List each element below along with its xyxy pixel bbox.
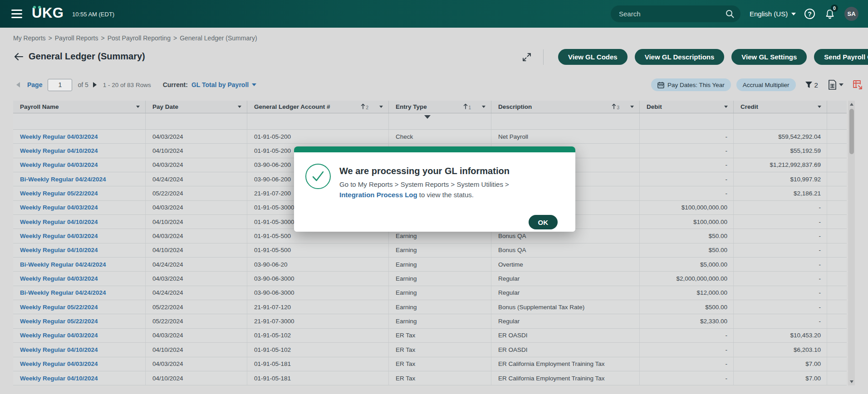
- filter-button[interactable]: 2: [805, 81, 818, 89]
- table-row: Weekly Regular 04/10/202404/10/202401-91…: [13, 343, 847, 357]
- cell-payroll-name[interactable]: Weekly Regular 05/22/2024: [13, 314, 146, 328]
- table-row: Weekly Regular 04/03/202404/03/202401-91…: [13, 357, 847, 371]
- dialog-message: Go to My Reports > System Reports > Syst…: [339, 180, 557, 200]
- breadcrumb-separator: >: [101, 34, 104, 42]
- fullscreen-icon[interactable]: [520, 51, 533, 63]
- column-header-credit[interactable]: Credit: [734, 101, 827, 113]
- column-header-pay-date[interactable]: Pay Date: [146, 101, 247, 113]
- column-header-general-ledger-account-[interactable]: General Ledger Account #2: [247, 101, 389, 113]
- filter-applied-icon[interactable]: [424, 119, 437, 127]
- cell-payroll-name[interactable]: Weekly Regular 04/03/2024: [13, 329, 146, 342]
- integration-process-log-link[interactable]: Integration Process Log: [339, 191, 417, 199]
- search-box[interactable]: [611, 5, 740, 22]
- cell-credit: -: [734, 229, 827, 243]
- breadcrumb-item[interactable]: Post Payroll Reporting: [108, 34, 171, 42]
- view-gl-descriptions-button[interactable]: View GL Descriptions: [635, 49, 725, 65]
- cell-payroll-name[interactable]: Weekly Regular 04/10/2024: [13, 343, 146, 356]
- cell-pay-date: 04/10/2024: [146, 243, 247, 257]
- filter-cell[interactable]: [640, 113, 734, 129]
- ok-button[interactable]: OK: [529, 215, 558, 229]
- prev-page-icon[interactable]: [16, 82, 20, 88]
- export-button[interactable]: [828, 80, 843, 90]
- search-icon[interactable]: [726, 10, 734, 18]
- table-export-icon[interactable]: [853, 80, 863, 90]
- cell-gl-account: 01-91-05-500: [247, 243, 389, 257]
- scroll-down-icon[interactable]: [848, 378, 855, 385]
- cell-payroll-name[interactable]: Weekly Regular 04/10/2024: [13, 215, 146, 229]
- cell-payroll-name[interactable]: Weekly Regular 04/03/2024: [13, 158, 146, 172]
- filter-cell[interactable]: [491, 113, 640, 129]
- page-number-input[interactable]: [48, 79, 72, 91]
- cell-payroll-name[interactable]: Weekly Regular 05/22/2024: [13, 300, 146, 314]
- language-selector[interactable]: English (US): [750, 0, 796, 28]
- cell-payroll-name[interactable]: Bi-Weekly Regular 04/24/2024: [13, 258, 146, 271]
- cell-payroll-name[interactable]: Weekly Regular 04/03/2024: [13, 229, 146, 243]
- view-gl-codes-button[interactable]: View GL Codes: [558, 49, 628, 65]
- cell-payroll-name[interactable]: Weekly Regular 04/10/2024: [13, 144, 146, 157]
- app-root: UKG 10:55 AM (EDT) English (US) ? 0 SA M…: [0, 0, 868, 394]
- cell-payroll-name[interactable]: Weekly Regular 05/22/2024: [13, 186, 146, 200]
- column-menu-icon[interactable]: [238, 106, 241, 108]
- filter-cell[interactable]: [734, 113, 827, 129]
- scrollbar-thumb[interactable]: [849, 109, 854, 154]
- cell-description: Regular: [491, 286, 640, 300]
- column-header-description[interactable]: Description3: [491, 101, 640, 113]
- column-menu-icon[interactable]: [482, 106, 485, 108]
- breadcrumb-separator: >: [49, 34, 52, 42]
- column-header-entry-type[interactable]: Entry Type1: [389, 101, 491, 113]
- dialog-body: We are processing your GL information Go…: [294, 152, 575, 232]
- filter-cell[interactable]: [146, 113, 247, 129]
- current-view-selector[interactable]: GL Total by Payroll: [191, 81, 256, 88]
- view-gl-settings-button[interactable]: View GL Settings: [731, 49, 807, 65]
- vertical-scrollbar[interactable]: [848, 101, 855, 385]
- cell-payroll-name[interactable]: Bi-Weekly Regular 04/24/2024: [13, 172, 146, 186]
- cell-entry-type: Earning: [389, 258, 491, 271]
- cell-payroll-name[interactable]: Bi-Weekly Regular 04/24/2024: [13, 286, 146, 300]
- current-view-label: Current:: [163, 81, 188, 88]
- cell-entry-type: ER Tax: [389, 343, 491, 356]
- breadcrumb-item[interactable]: My Reports: [13, 34, 46, 42]
- avatar[interactable]: SA: [844, 7, 858, 21]
- hamburger-menu-icon[interactable]: [11, 10, 22, 18]
- column-menu-icon[interactable]: [724, 106, 728, 108]
- scroll-up-icon[interactable]: [848, 101, 855, 108]
- column-menu-icon[interactable]: [630, 106, 634, 108]
- cell-credit: $6,203.10: [734, 343, 827, 356]
- cell-description: ER OASDI: [491, 343, 640, 356]
- ukg-logo[interactable]: UKG: [32, 5, 64, 21]
- cell-gl-account: 01-91-05-181: [247, 371, 389, 385]
- cell-payroll-name[interactable]: Weekly Regular 04/03/2024: [13, 357, 146, 371]
- column-menu-icon[interactable]: [818, 106, 821, 108]
- column-menu-icon[interactable]: [379, 106, 383, 108]
- sort-rank: 1: [468, 105, 471, 110]
- send-payroll-gl-button[interactable]: Send Payroll GL: [814, 49, 868, 65]
- back-arrow-icon[interactable]: [13, 51, 24, 62]
- column-menu-icon[interactable]: [136, 106, 140, 108]
- cell-payroll-name[interactable]: Weekly Regular 04/03/2024: [13, 272, 146, 285]
- table-row: Weekly Regular 04/10/202404/10/202401-91…: [13, 243, 847, 258]
- chip-pay-dates-this-year[interactable]: Pay Dates: This Year: [651, 78, 731, 91]
- success-check-icon: [305, 164, 331, 189]
- sort-rank: 3: [617, 105, 619, 110]
- cell-payroll-name[interactable]: Weekly Regular 04/03/2024: [13, 201, 146, 214]
- cell-pay-date: 05/22/2024: [146, 300, 247, 314]
- chip-accrual-multiplier[interactable]: Accrual Multiplier: [736, 78, 796, 91]
- page-label[interactable]: Page: [27, 81, 42, 88]
- next-page-icon[interactable]: [93, 82, 97, 88]
- breadcrumb-item: General Ledger (Summary): [180, 34, 257, 42]
- cell-spacer: [827, 144, 847, 157]
- filter-cell[interactable]: [389, 113, 491, 129]
- help-icon[interactable]: ?: [804, 9, 815, 19]
- cell-entry-type: Check: [389, 130, 491, 143]
- cell-payroll-name[interactable]: Weekly Regular 04/10/2024: [13, 371, 146, 385]
- search-input[interactable]: [619, 10, 726, 18]
- filter-cell[interactable]: [247, 113, 389, 129]
- cell-spacer: [827, 357, 847, 371]
- cell-payroll-name[interactable]: Weekly Regular 04/03/2024: [13, 130, 146, 143]
- column-header-payroll-name[interactable]: Payroll Name: [13, 101, 146, 113]
- cell-payroll-name[interactable]: Weekly Regular 04/10/2024: [13, 243, 146, 257]
- filter-cell[interactable]: [13, 113, 146, 129]
- breadcrumb-item[interactable]: Payroll Reports: [55, 34, 98, 42]
- column-header-debit[interactable]: Debit: [640, 101, 734, 113]
- sort-arrow-icon: [612, 103, 616, 109]
